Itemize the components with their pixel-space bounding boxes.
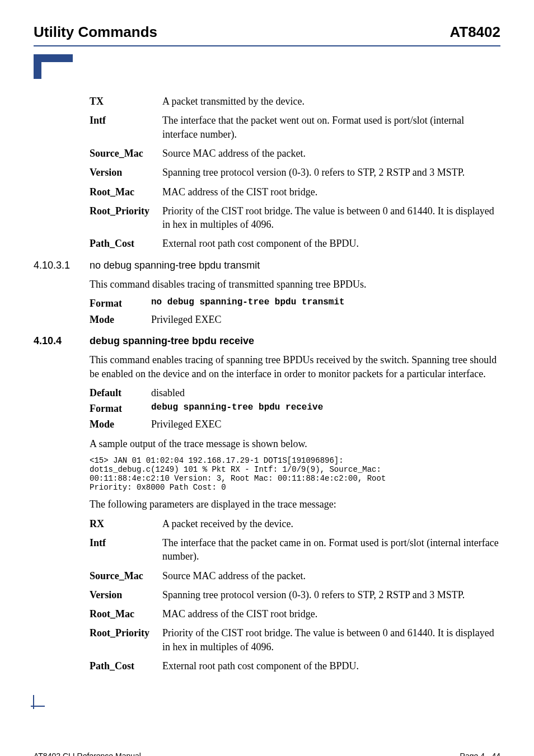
param-desc: Priority of the CIST root bridge. The va… (162, 204, 500, 232)
param-term: Root_Priority (90, 626, 162, 654)
default-row: Default disabled (90, 386, 500, 400)
param-desc: Source MAC address of the packet. (162, 569, 500, 583)
param-row: Source_Mac Source MAC address of the pac… (90, 147, 500, 160)
param-term: Path_Cost (90, 237, 162, 250)
param-desc: The interface that the packet came in on… (162, 536, 500, 564)
param-row: TX A packet transmitted by the device. (90, 95, 500, 108)
param-term: Version (90, 166, 162, 179)
param-desc: MAC address of the CIST root bridge. (162, 607, 500, 621)
mode-label: Mode (90, 417, 151, 431)
mode-row: Mode Privileged EXEC (90, 417, 500, 431)
format-value: debug spanning-tree bpdu receive (151, 402, 500, 415)
param-row: Intf The interface that the packet went … (90, 114, 500, 141)
param-row: Root_Mac MAC address of the CIST root br… (90, 185, 500, 199)
header-title-left: Utility Commands (34, 22, 157, 42)
tx-param-list: TX A packet transmitted by the device. I… (90, 95, 500, 251)
corner-crop-mark (22, 695, 500, 717)
footer-left: AT8402 CLI Reference Manual (34, 751, 141, 756)
param-row: Path_Cost External root path cost compon… (90, 237, 500, 250)
param-term: Source_Mac (90, 569, 162, 583)
param-desc: A packet received by the device. (162, 517, 500, 530)
header-title-right: AT8402 (449, 22, 500, 42)
param-row: Root_Mac MAC address of the CIST root br… (90, 607, 500, 621)
param-term: RX (90, 517, 162, 530)
param-row: Version Spanning tree protocol version (… (90, 166, 500, 179)
section-4104-body: This command enables tracing of spanning… (90, 353, 500, 673)
param-desc: Spanning tree protocol version (0-3). 0 … (162, 166, 500, 179)
format-row: Format debug spanning-tree bpdu receive (90, 402, 500, 415)
section-title: debug spanning-tree bpdu receive (90, 334, 500, 348)
mode-value: Privileged EXEC (151, 313, 500, 326)
param-row: Root_Priority Priority of the CIST root … (90, 204, 500, 232)
section-number: 4.10.3.1 (34, 259, 90, 272)
format-label: Format (90, 402, 151, 415)
section-title: no debug spanning-tree bpdu transmit (90, 259, 500, 272)
sample-output: <15> JAN 01 01:02:04 192.168.17.29-1 DOT… (90, 456, 500, 492)
page-header: Utility Commands AT8402 (34, 22, 500, 46)
section-number: 4.10.4 (34, 334, 90, 348)
format-label: Format (90, 297, 151, 310)
mode-label: Mode (90, 313, 151, 326)
corner-logo-icon (34, 54, 73, 79)
param-term: Intf (90, 536, 162, 564)
param-row: RX A packet received by the device. (90, 517, 500, 530)
mode-value: Privileged EXEC (151, 417, 500, 431)
footer-right: Page 4 - 44 (460, 751, 500, 756)
default-value: disabled (151, 386, 500, 400)
logo-mark (34, 54, 500, 79)
param-desc: MAC address of the CIST root bridge. (162, 185, 500, 199)
crop-mark-icon (22, 695, 45, 717)
param-term: Intf (90, 114, 162, 141)
section-intro: This command disables tracing of transmi… (90, 278, 500, 291)
param-desc: External root path cost component of the… (162, 237, 500, 250)
param-term: TX (90, 95, 162, 108)
param-desc: Priority of the CIST root bridge. The va… (162, 626, 500, 654)
section-heading-4104: 4.10.4 debug spanning-tree bpdu receive (34, 334, 500, 348)
param-row: Path_Cost External root path cost compon… (90, 659, 500, 673)
params-intro: The following parameters are displayed i… (90, 497, 500, 511)
section-41031-body: This command disables tracing of transmi… (90, 278, 500, 326)
param-term: Root_Mac (90, 185, 162, 199)
param-term: Path_Cost (90, 659, 162, 673)
svg-rect-1 (34, 54, 73, 62)
default-label: Default (90, 386, 151, 400)
section-heading-41031: 4.10.3.1 no debug spanning-tree bpdu tra… (34, 259, 500, 272)
param-term: Version (90, 588, 162, 602)
format-row: Format no debug spanning-tree bpdu trans… (90, 297, 500, 310)
param-term: Root_Priority (90, 204, 162, 232)
sample-intro: A sample output of the trace message is … (90, 437, 500, 450)
param-desc: A packet transmitted by the device. (162, 95, 500, 108)
page-footer: AT8402 CLI Reference Manual Page 4 - 44 (34, 751, 500, 756)
param-term: Root_Mac (90, 607, 162, 621)
param-term: Source_Mac (90, 147, 162, 160)
param-row: Source_Mac Source MAC address of the pac… (90, 569, 500, 583)
param-desc: Source MAC address of the packet. (162, 147, 500, 160)
param-desc: The interface that the packet went out o… (162, 114, 500, 141)
param-row: Version Spanning tree protocol version (… (90, 588, 500, 602)
param-row: Root_Priority Priority of the CIST root … (90, 626, 500, 654)
section-intro: This command enables tracing of spanning… (90, 353, 500, 381)
param-desc: Spanning tree protocol version (0-3). 0 … (162, 588, 500, 602)
format-value: no debug spanning-tree bpdu transmit (151, 297, 500, 310)
mode-row: Mode Privileged EXEC (90, 313, 500, 326)
param-desc: External root path cost component of the… (162, 659, 500, 673)
param-row: Intf The interface that the packet came … (90, 536, 500, 564)
